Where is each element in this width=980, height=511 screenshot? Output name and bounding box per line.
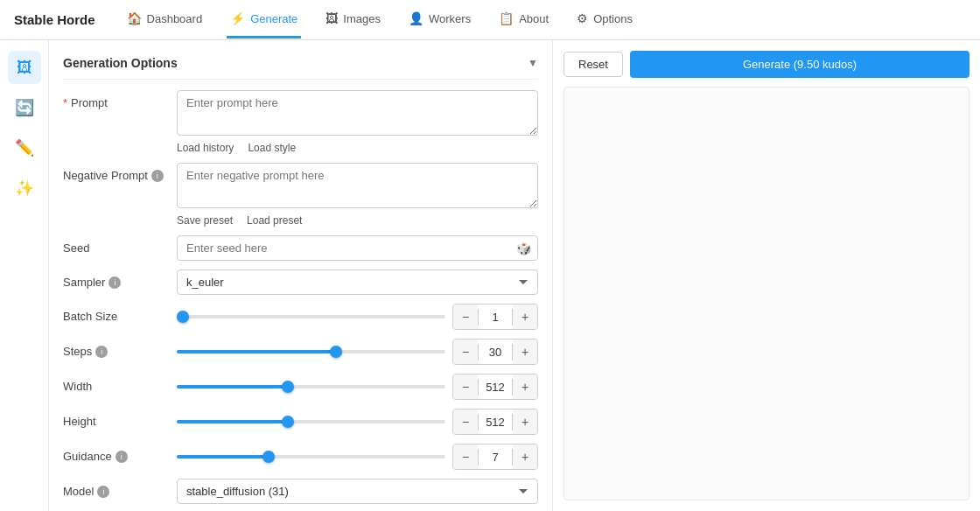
sampler-row: Sampler i k_euler k_euler_a k_dpm_2 k_dp… [63,270,538,295]
height-stepper: − 512 + [452,409,538,435]
width-stepper: − 512 + [452,374,538,400]
width-label: Width [63,374,177,393]
height-value: 512 [478,414,513,430]
batch-size-value: 1 [478,309,513,326]
save-preset-btn[interactable]: Save preset [177,214,233,227]
generate-button[interactable]: Generate (9.50 kudos) [630,51,970,78]
top-nav: Stable Horde 🏠 Dashboard ⚡ Generate 🖼 Im… [0,0,980,40]
height-label: Height [63,409,177,428]
dashboard-icon: 🏠 [127,11,142,25]
guidance-track[interactable] [177,455,445,458]
steps-row: Steps i − 30 + [63,339,538,365]
about-icon: 📋 [499,11,514,25]
steps-increment[interactable]: + [513,340,537,364]
guidance-increment[interactable]: + [513,444,537,469]
steps-control: − 30 + [177,339,538,365]
collapse-icon[interactable]: ▼ [528,57,538,69]
nav-options[interactable]: ⚙ Options [573,1,636,38]
model-label: Model i [63,479,177,498]
steps-decrement[interactable]: − [453,340,478,364]
sidebar-text-to-image[interactable]: 🖼 [8,51,41,84]
batch-size-control: − 1 + [177,304,538,330]
height-row: Height − 512 + [63,409,538,435]
negative-prompt-input[interactable] [177,163,538,208]
prompt-input[interactable] [177,90,538,136]
negative-info-icon[interactable]: i [151,170,164,182]
model-row: Model i stable_diffusion (31) [63,479,538,504]
right-panel: Reset Generate (9.50 kudos) [553,40,980,511]
guidance-label: Guidance i [63,444,177,463]
width-increment[interactable]: + [513,374,537,399]
section-header: Generation Options ▼ [63,51,538,80]
extras-icon: ✨ [15,178,34,198]
sampler-control: k_euler k_euler_a k_dpm_2 k_dpm_2_a k_lm… [177,270,538,295]
guidance-stepper: − 7 + [452,444,538,470]
steps-track[interactable] [177,350,445,354]
image-to-image-icon: 🔄 [15,98,34,117]
model-select[interactable]: stable_diffusion (31) [177,479,538,504]
sidebar-extras[interactable]: ✨ [8,172,41,205]
reset-button[interactable]: Reset [564,52,623,77]
sampler-select[interactable]: k_euler k_euler_a k_dpm_2 k_dpm_2_a k_lm… [177,270,538,295]
brand-logo: Stable Horde [14,12,95,27]
options-icon: ⚙ [577,11,588,25]
prompt-links: Load history Load style [177,142,538,154]
steps-info-icon[interactable]: i [95,346,108,358]
section-title: Generation Options [63,56,178,70]
guidance-control: − 7 + [177,444,538,470]
canvas-area [564,87,970,500]
height-increment[interactable]: + [513,410,537,434]
dice-icon[interactable]: 🎲 [516,242,531,256]
main-layout: 🖼 🔄 ✏️ ✨ Generation Options ▼ * Prompt [0,40,980,511]
batch-size-label: Batch Size [63,304,177,323]
prompt-label: * Prompt [63,90,177,109]
load-history-btn[interactable]: Load history [177,142,234,154]
generate-icon: ⚡ [230,11,245,25]
model-control: stable_diffusion (31) [177,479,538,504]
width-slider-row: − 512 + [177,374,538,400]
guidance-info-icon[interactable]: i [116,451,128,463]
batch-size-decrement[interactable]: − [453,304,478,329]
prompt-control: Load history Load style [177,90,538,154]
steps-stepper: − 30 + [452,339,538,365]
negative-prompt-control: Save preset Load preset [177,163,538,227]
guidance-slider-row: − 7 + [177,444,538,470]
workers-icon: 👤 [409,11,424,25]
height-control: − 512 + [177,409,538,435]
sampler-info-icon[interactable]: i [108,276,121,289]
width-track[interactable] [177,385,445,388]
seed-input[interactable] [177,235,538,261]
right-top-bar: Reset Generate (9.50 kudos) [564,51,970,78]
inpainting-icon: ✏️ [15,138,34,158]
images-icon: 🖼 [326,11,338,25]
load-style-btn[interactable]: Load style [248,142,296,154]
guidance-value: 7 [478,449,513,466]
nav-images[interactable]: 🖼 Images [322,1,384,38]
batch-size-stepper: − 1 + [452,304,538,330]
sidebar-image-to-image[interactable]: 🔄 [8,91,41,124]
steps-label: Steps i [63,339,177,358]
seed-row: Seed 🎲 [63,235,538,261]
sampler-label: Sampler i [63,270,177,289]
load-preset-btn[interactable]: Load preset [247,214,302,227]
batch-size-track[interactable] [177,315,445,318]
width-decrement[interactable]: − [453,374,478,399]
nav-about[interactable]: 📋 About [495,1,552,38]
negative-prompt-row: Negative Prompt i Save preset Load prese… [63,163,538,227]
sidebar-inpainting[interactable]: ✏️ [8,131,41,164]
guidance-decrement[interactable]: − [453,444,478,469]
model-info-icon[interactable]: i [97,486,109,498]
nav-generate[interactable]: ⚡ Generate [227,1,301,38]
height-track[interactable] [177,420,445,424]
nav-workers[interactable]: 👤 Workers [405,1,474,38]
prompt-row: * Prompt Load history Load style [63,90,538,154]
nav-dashboard[interactable]: 🏠 Dashboard [123,1,206,38]
width-row: Width − 512 + [63,374,538,400]
content-area: Generation Options ▼ * Prompt Load histo… [49,40,980,511]
height-decrement[interactable]: − [453,410,478,434]
seed-control: 🎲 [177,235,538,261]
batch-size-increment[interactable]: + [513,304,537,329]
negative-prompt-label: Negative Prompt i [63,163,177,182]
width-control: − 512 + [177,374,538,400]
steps-slider-row: − 30 + [177,339,538,365]
